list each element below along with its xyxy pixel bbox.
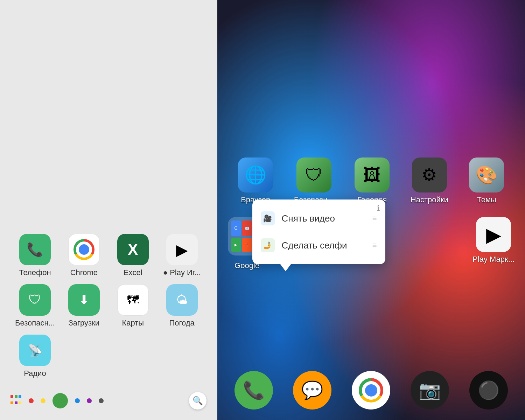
right-app-settings[interactable]: ⚙ Настройки xyxy=(411,158,448,204)
maps-icon: 🗺 xyxy=(117,284,149,316)
phone-icon: 📞 xyxy=(19,234,51,265)
themes-label: Темы xyxy=(477,195,496,204)
security-icon: 🛡 xyxy=(19,284,51,316)
dock-phone-icon: 📞 xyxy=(243,380,265,400)
dot-2[interactable] xyxy=(41,398,46,403)
play-market-item[interactable]: ▶ Play Марк... xyxy=(472,217,514,270)
dock-message[interactable]: 💬 xyxy=(293,371,331,410)
excel-icon: X xyxy=(117,234,149,265)
left-phone-panel: 📞 Телефон Chrome X Excel ▶ ● Play Иг... xyxy=(0,0,217,420)
search-icon: 🔍 xyxy=(192,396,203,406)
play-market-icon: ▶ xyxy=(476,217,511,252)
selfie-label: Сделать селфи xyxy=(282,240,365,251)
app-weather[interactable]: 🌤 Погода xyxy=(161,284,203,328)
app-security[interactable]: 🛡 Безопасн... xyxy=(14,284,56,328)
dock-chrome-icon xyxy=(359,378,383,402)
app-phone[interactable]: 📞 Телефон xyxy=(14,234,56,277)
context-menu-item-video[interactable]: 🎥 Снять видео ≡ xyxy=(252,205,385,232)
dot-4[interactable] xyxy=(75,398,80,403)
app-maps[interactable]: 🗺 Карты xyxy=(112,284,154,328)
settings-icon: ⚙ xyxy=(412,158,447,192)
selfie-icon: 🤳 xyxy=(261,238,275,252)
apps-grid-dot[interactable] xyxy=(10,395,22,406)
weather-label: Погода xyxy=(169,318,194,328)
maps-label: Карты xyxy=(122,318,144,328)
nav-dots: 🔍 xyxy=(0,392,217,410)
dot-1[interactable] xyxy=(29,398,34,403)
play-label: ● Play Иг... xyxy=(163,268,201,277)
drag-handle-selfie: ≡ xyxy=(372,241,377,250)
app-play[interactable]: ▶ ● Play Иг... xyxy=(161,234,203,277)
dock-message-icon: 💬 xyxy=(301,380,323,400)
right-phone-panel: 🌐 Браузер 🛡 Безопасн... 🖼 Галерея ⚙ Наст… xyxy=(217,0,525,420)
search-button[interactable]: 🔍 xyxy=(189,392,206,410)
right-app-security[interactable]: 🛡 Безопасн... xyxy=(294,158,334,204)
downloads-icon: ⬇ xyxy=(68,284,100,316)
play-icon: ▶ xyxy=(166,234,198,265)
excel-label: Excel xyxy=(124,268,142,277)
right-app-browser[interactable]: 🌐 Браузер xyxy=(238,158,273,204)
right-app-themes[interactable]: 🎨 Темы xyxy=(469,158,504,204)
dot-current[interactable] xyxy=(52,393,68,408)
app-downloads[interactable]: ⬇ Загрузки xyxy=(63,284,105,328)
downloads-label: Загрузки xyxy=(69,318,100,328)
play-market-label: Play Марк... xyxy=(472,255,514,264)
info-icon[interactable]: ℹ xyxy=(377,204,380,213)
app-chrome[interactable]: Chrome xyxy=(63,234,105,277)
settings-label: Настройки xyxy=(411,195,448,204)
context-menu-item-selfie[interactable]: 🤳 Сделать селфи ≡ xyxy=(252,232,385,259)
dock-phone[interactable]: 📞 xyxy=(234,371,273,410)
dock-chrome[interactable] xyxy=(352,371,390,410)
context-menu: ℹ 🎥 Снять видео ≡ 🤳 Сделать селфи ≡ xyxy=(252,200,385,264)
right-app-gallery[interactable]: 🖼 Галерея xyxy=(355,158,390,204)
gallery-icon: 🖼 xyxy=(355,158,390,192)
drag-handle-video: ≡ xyxy=(372,214,377,223)
bottom-dock: 📞 💬 📷 ⚫ xyxy=(217,371,525,410)
video-label: Снять видео xyxy=(282,213,365,224)
video-icon: 🎥 xyxy=(261,211,275,225)
security-label: Безопасн... xyxy=(15,318,55,328)
dock-camera-icon: 📷 xyxy=(419,380,441,400)
chrome-app-icon xyxy=(68,234,100,265)
dot-5[interactable] xyxy=(87,398,92,403)
radio-label: Радио xyxy=(24,369,46,378)
right-top-apps: 🌐 Браузер 🛡 Безопасн... 🖼 Галерея ⚙ Наст… xyxy=(217,158,525,204)
chrome-label: Chrome xyxy=(70,268,98,277)
themes-icon: 🎨 xyxy=(469,158,504,192)
app-radio[interactable]: 📡 Радио xyxy=(14,335,56,378)
r-security-icon: 🛡 xyxy=(296,158,331,192)
dock-camera2-icon: ⚫ xyxy=(478,380,499,400)
dot-6[interactable] xyxy=(99,398,104,403)
chrome-icon xyxy=(74,239,94,260)
phone-label: Телефон xyxy=(19,268,51,277)
app-excel[interactable]: X Excel xyxy=(112,234,154,277)
radio-icon: 📡 xyxy=(19,335,51,366)
browser-icon: 🌐 xyxy=(238,158,273,192)
dock-camera2[interactable]: ⚫ xyxy=(469,371,508,410)
dock-camera[interactable]: 📷 xyxy=(411,371,449,410)
app-grid: 📞 Телефон Chrome X Excel ▶ ● Play Иг... xyxy=(0,234,217,378)
weather-icon: 🌤 xyxy=(166,284,198,316)
